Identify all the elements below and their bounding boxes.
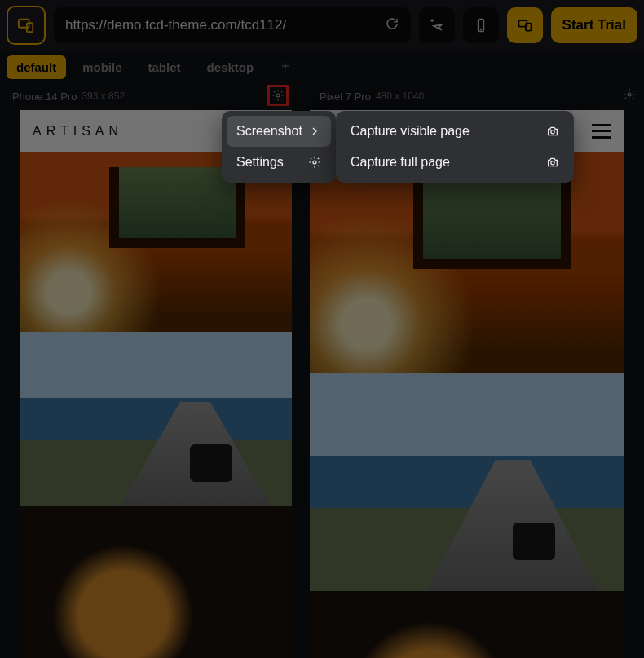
device-right-dim: 480 x 1040 — [376, 91, 424, 102]
top-toolbar: https://demo.tcd-theme.com/tcd112/ Start… — [0, 0, 644, 51]
url-text: https://demo.tcd-theme.com/tcd112/ — [65, 17, 286, 33]
device-preview-iphone[interactable]: ARTISAN — [20, 110, 292, 658]
svg-point-3 — [480, 29, 481, 30]
sync-button[interactable] — [507, 7, 543, 43]
camera-icon — [546, 156, 559, 169]
app-logo-button[interactable] — [7, 6, 46, 45]
context-menu-label: Settings — [236, 155, 284, 170]
device-preview-pixel[interactable]: ARTISAN — [310, 110, 624, 658]
magic-cursor-button[interactable] — [419, 7, 455, 43]
hero-image-ramen — [310, 591, 624, 658]
submenu-capture-visible[interactable]: Capture visible page — [341, 116, 569, 147]
hero-image-onsen — [310, 152, 624, 373]
tab-desktop[interactable]: desktop — [197, 55, 264, 79]
device-left-dim: 393 x 852 — [82, 91, 125, 102]
device-button[interactable] — [463, 7, 499, 43]
hero-image-coast — [310, 373, 624, 591]
gear-icon — [623, 88, 636, 101]
submenu-label: Capture visible page — [351, 124, 470, 139]
svg-point-8 — [313, 161, 316, 164]
tab-tablet[interactable]: tablet — [139, 55, 191, 79]
context-menu: Screenshot Settings — [222, 111, 336, 183]
device-right-label: Pixel 7 Pro 480 x 1040 — [290, 83, 434, 109]
hero-image-ramen — [20, 506, 292, 658]
site-brand: ARTISAN — [33, 124, 123, 139]
hero-image-coast — [20, 332, 292, 506]
svg-point-9 — [551, 130, 554, 134]
gear-icon — [271, 89, 285, 102]
tab-mobile[interactable]: mobile — [73, 55, 131, 79]
panel-header-row: iPhone 14 Pro 393 x 852 Pixel 7 Pro 480 … — [0, 83, 644, 109]
device-left-label: iPhone 14 Pro 393 x 852 — [0, 83, 290, 109]
device-left-name: iPhone 14 Pro — [10, 91, 77, 103]
device-left-settings-button[interactable] — [267, 85, 289, 106]
add-tab-button[interactable] — [270, 55, 301, 79]
device-right-name: Pixel 7 Pro — [320, 91, 371, 103]
device-panels: ARTISAN ARTISAN — [20, 110, 624, 658]
context-menu-label: Screenshot — [236, 124, 302, 139]
plus-icon — [280, 60, 291, 72]
device-pair-icon — [15, 16, 37, 34]
submenu-label: Capture full page — [351, 155, 450, 170]
reload-icon[interactable] — [385, 16, 399, 35]
context-menu-settings[interactable]: Settings — [227, 147, 331, 178]
start-trial-button[interactable]: Start Trial — [551, 7, 637, 43]
chevron-right-icon — [308, 125, 321, 138]
camera-icon — [546, 125, 559, 138]
hamburger-icon[interactable] — [592, 124, 611, 139]
screenshot-submenu: Capture visible page Capture full page — [336, 111, 574, 183]
submenu-capture-full[interactable]: Capture full page — [341, 147, 569, 178]
svg-point-10 — [551, 161, 554, 165]
gear-icon — [308, 156, 321, 169]
device-right-settings-button[interactable] — [623, 88, 636, 104]
device-tabs: default mobile tablet desktop — [0, 51, 644, 83]
tab-default[interactable]: default — [7, 55, 66, 79]
context-menu-screenshot[interactable]: Screenshot — [227, 116, 331, 147]
url-bar[interactable]: https://demo.tcd-theme.com/tcd112/ — [54, 7, 411, 43]
svg-point-7 — [628, 93, 631, 96]
svg-point-6 — [276, 94, 280, 97]
